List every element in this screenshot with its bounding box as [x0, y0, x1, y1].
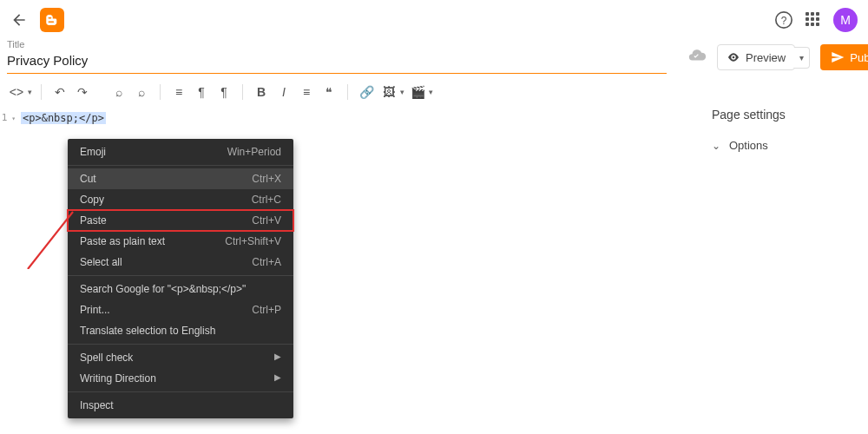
context-menu: EmojiWin+PeriodCutCtrl+XCopyCtrl+CPasteC…: [68, 139, 293, 418]
submenu-arrow-icon: ▶: [274, 372, 281, 385]
svg-point-2: [733, 56, 735, 59]
menu-item[interactable]: Search Google for "<p>&nbsp;</p>": [68, 279, 293, 299]
avatar[interactable]: M: [833, 8, 858, 32]
menu-item-label: Inspect: [80, 399, 114, 411]
chevron-down-icon[interactable]: ▾: [429, 88, 433, 96]
menu-shortcut: Ctrl+X: [252, 173, 281, 185]
rtl-button[interactable]: ¶: [214, 82, 233, 102]
help-icon[interactable]: ?: [774, 10, 793, 30]
sidebar-item-label: Options: [729, 139, 768, 152]
title-label: Title: [7, 39, 667, 49]
menu-shortcut: Ctrl+V: [252, 214, 281, 227]
bold-button[interactable]: B: [252, 82, 271, 102]
title-input[interactable]: [7, 49, 667, 74]
video-button[interactable]: 🎬: [408, 82, 427, 102]
image-button[interactable]: 🖼: [379, 82, 398, 102]
svg-line-3: [28, 212, 73, 269]
menu-shortcut: Win+Period: [227, 146, 281, 158]
italic-button[interactable]: I: [274, 82, 293, 102]
svg-text:?: ?: [781, 14, 787, 26]
menu-separator: [68, 275, 293, 276]
menu-shortcut: Ctrl+P: [252, 304, 281, 316]
quote-button[interactable]: ❝: [319, 82, 339, 102]
link-button[interactable]: 🔗: [357, 82, 376, 102]
align-button[interactable]: ≡: [169, 82, 188, 102]
menu-item[interactable]: Spell check▶: [68, 347, 293, 368]
zoom-out-button[interactable]: ⌕: [132, 82, 151, 102]
menu-item-label: Print...: [80, 304, 110, 316]
preview-label: Preview: [746, 51, 786, 64]
eye-icon: [727, 50, 740, 64]
submenu-arrow-icon: ▶: [274, 352, 281, 364]
menu-shortcut: Ctrl+A: [252, 256, 281, 268]
html-view-button[interactable]: <>: [7, 82, 26, 102]
line-gutter: 1: [0, 108, 21, 124]
menu-item-label: Translate selection to English: [80, 325, 215, 337]
separator: [160, 84, 161, 100]
menu-item[interactable]: CopyCtrl+C: [68, 189, 293, 210]
menu-item[interactable]: EmojiWin+Period: [68, 141, 293, 162]
menu-item-label: Select all: [80, 256, 122, 268]
menu-item-label: Copy: [80, 194, 104, 206]
menu-item[interactable]: Writing Direction▶: [68, 368, 293, 389]
undo-button[interactable]: ↶: [50, 82, 69, 102]
menu-item-label: Paste: [80, 214, 107, 227]
separator: [347, 84, 348, 100]
send-icon: [831, 50, 845, 64]
separator: [242, 84, 243, 100]
menu-separator: [68, 391, 293, 392]
menu-separator: [68, 344, 293, 345]
back-arrow-icon[interactable]: [10, 11, 28, 29]
menu-item[interactable]: Paste as plain textCtrl+Shift+V: [68, 231, 293, 252]
strike-button[interactable]: ≡: [297, 82, 316, 102]
menu-item[interactable]: Translate selection to English: [68, 320, 293, 341]
page-settings-panel: Page settings ⌄ Options: [712, 94, 868, 152]
preview-dropdown[interactable]: ▾: [794, 47, 810, 69]
blogger-logo[interactable]: [40, 8, 64, 32]
sidebar-item-options[interactable]: ⌄ Options: [712, 139, 851, 152]
menu-item[interactable]: Select allCtrl+A: [68, 252, 293, 273]
menu-item-label: Cut: [80, 173, 96, 185]
separator: [41, 84, 42, 100]
apps-icon[interactable]: [806, 12, 821, 28]
preview-button[interactable]: Preview: [717, 44, 795, 70]
page-settings-heading: Page settings: [712, 108, 851, 122]
redo-button[interactable]: ↷: [73, 82, 92, 102]
chevron-down-icon[interactable]: ▾: [28, 88, 32, 96]
menu-item[interactable]: CutCtrl+X: [68, 168, 293, 189]
cloud-saved-icon: [687, 46, 707, 69]
selected-code: <p>&nbsp;</p>: [21, 112, 106, 124]
publish-label: Publish: [850, 51, 868, 64]
chevron-down-icon: ⌄: [712, 140, 720, 152]
menu-item[interactable]: Inspect: [68, 395, 293, 416]
menu-item[interactable]: Print...Ctrl+P: [68, 299, 293, 320]
app-header: ? M: [0, 0, 868, 39]
menu-item-label: Paste as plain text: [80, 235, 165, 247]
menu-item-label: Writing Direction: [80, 372, 156, 385]
menu-separator: [68, 165, 293, 166]
menu-item-label: Emoji: [80, 146, 106, 158]
menu-item-label: Spell check: [80, 352, 133, 364]
menu-shortcut: Ctrl+C: [252, 194, 281, 206]
menu-item[interactable]: PasteCtrl+V: [68, 210, 293, 231]
ltr-button[interactable]: ¶: [192, 82, 211, 102]
menu-shortcut: Ctrl+Shift+V: [225, 235, 281, 247]
zoom-in-button[interactable]: ⌕: [109, 82, 128, 102]
title-bar: Title Preview ▾ Publish: [0, 39, 868, 74]
menu-item-label: Search Google for "<p>&nbsp;</p>": [80, 283, 246, 295]
chevron-down-icon[interactable]: ▾: [400, 88, 404, 96]
publish-button[interactable]: Publish: [820, 44, 868, 70]
